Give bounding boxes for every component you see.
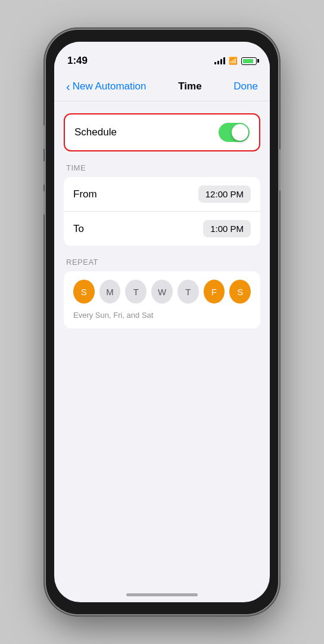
status-bar: 1:49 📶 xyxy=(54,42,270,72)
repeat-card: SMTWTFS Every Sun, Fri, and Sat xyxy=(64,271,260,329)
back-button[interactable]: ‹ New Automation xyxy=(66,80,146,92)
page-title: Time xyxy=(178,80,201,92)
from-row[interactable]: From 12:00 PM xyxy=(64,177,260,211)
schedule-row: Schedule xyxy=(64,113,260,151)
phone-screen: 1:49 📶 ‹ New Automation Time Done xyxy=(54,42,270,602)
day-tuesday[interactable]: T xyxy=(125,280,147,304)
toggle-knob xyxy=(232,124,248,141)
from-value[interactable]: 12:00 PM xyxy=(198,185,251,203)
to-label: To xyxy=(73,223,84,235)
battery-icon xyxy=(241,57,257,65)
day-wednesday[interactable]: W xyxy=(151,280,173,304)
to-row[interactable]: To 1:00 PM xyxy=(64,211,260,246)
content-area: Schedule TIME From 12:00 PM To 1:00 PM R… xyxy=(54,101,270,340)
repeat-description: Every Sun, Fri, and Sat xyxy=(73,311,153,320)
time-section-label: TIME xyxy=(64,163,260,172)
day-saturday[interactable]: S xyxy=(229,280,251,304)
chevron-left-icon: ‹ xyxy=(66,80,70,92)
signal-icon xyxy=(214,57,225,64)
nav-bar: ‹ New Automation Time Done xyxy=(54,72,270,101)
day-sunday[interactable]: S xyxy=(73,280,95,304)
time-card: From 12:00 PM To 1:00 PM xyxy=(64,177,260,246)
schedule-toggle[interactable] xyxy=(219,123,250,142)
days-row: SMTWTFS xyxy=(73,280,251,304)
schedule-label: Schedule xyxy=(74,126,117,138)
home-indicator xyxy=(126,593,198,596)
phone-frame: 1:49 📶 ‹ New Automation Time Done xyxy=(46,30,278,614)
day-thursday[interactable]: T xyxy=(177,280,199,304)
repeat-section-label: REPEAT xyxy=(64,258,260,267)
battery-fill xyxy=(243,59,253,63)
wifi-icon: 📶 xyxy=(229,57,238,65)
back-label: New Automation xyxy=(73,80,147,92)
to-value[interactable]: 1:00 PM xyxy=(203,220,251,237)
from-label: From xyxy=(73,188,97,200)
done-button[interactable]: Done xyxy=(233,80,258,92)
day-friday[interactable]: F xyxy=(204,280,225,304)
day-monday[interactable]: M xyxy=(99,280,121,304)
status-icons: 📶 xyxy=(214,57,257,65)
status-time: 1:49 xyxy=(67,55,88,67)
